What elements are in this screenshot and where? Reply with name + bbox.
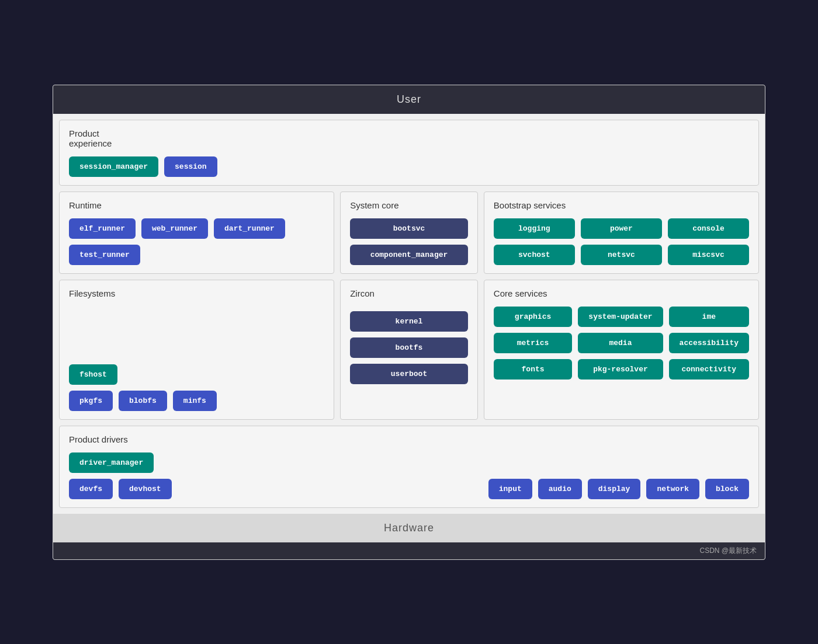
row-runtime: Runtime elf_runner web_runner dart_runne… (59, 192, 759, 274)
watermark: CSDN @最新技术 (53, 542, 765, 559)
product-drivers-title: Product drivers (69, 434, 749, 444)
chip-display[interactable]: display (588, 479, 641, 499)
chip-fshost[interactable]: fshost (69, 364, 117, 385)
system-core-section: System core bootsvc component_manager (340, 192, 478, 274)
runtime-chips: elf_runner web_runner dart_runner test_r… (69, 218, 324, 265)
watermark-text: CSDN @最新技术 (699, 546, 757, 555)
bootstrap-services-title: Bootstrap services (494, 200, 749, 210)
chip-input[interactable]: input (488, 479, 532, 499)
row-filesystems: Filesystems fshost pkgfs blobfs minfs Zi… (59, 280, 759, 420)
chip-logging[interactable]: logging (494, 218, 575, 239)
chip-network[interactable]: network (646, 479, 699, 499)
chip-driver-manager[interactable]: driver_manager (69, 452, 154, 473)
filesystems-chips: fshost pkgfs blobfs minfs (69, 364, 324, 411)
zircon-section: Zircon kernel bootfs userboot (340, 280, 478, 420)
chip-connectivity[interactable]: connectivity (669, 359, 749, 380)
chip-power[interactable]: power (581, 218, 662, 239)
chip-metrics[interactable]: metrics (494, 333, 573, 353)
hardware-footer: Hardware (53, 514, 765, 542)
system-core-chips: bootsvc component_manager (350, 218, 468, 265)
chip-devfs[interactable]: devfs (69, 479, 113, 499)
chip-minfs[interactable]: minfs (173, 391, 217, 411)
footer-label: Hardware (384, 522, 434, 534)
chip-miscsvc[interactable]: miscsvc (668, 245, 749, 265)
chip-devhost[interactable]: devhost (119, 479, 172, 499)
chip-elf-runner[interactable]: elf_runner (69, 218, 136, 239)
chip-dart-runner[interactable]: dart_runner (214, 218, 285, 239)
core-services-title: Core services (494, 288, 749, 298)
chip-graphics[interactable]: graphics (494, 307, 573, 327)
runtime-section: Runtime elf_runner web_runner dart_runne… (59, 192, 334, 274)
diagram-wrapper: User Productexperience session_manager s… (53, 85, 765, 560)
chip-block[interactable]: block (705, 479, 749, 499)
system-core-title: System core (350, 200, 468, 210)
chip-kernel[interactable]: kernel (350, 311, 468, 332)
core-services-chips: graphics system-updater ime metrics medi… (494, 307, 749, 380)
chip-web-runner[interactable]: web_runner (141, 218, 208, 239)
chip-console[interactable]: console (668, 218, 749, 239)
chip-svchost[interactable]: svchost (494, 245, 575, 265)
chip-pkg-resolver[interactable]: pkg-resolver (578, 359, 663, 380)
user-header: User (53, 85, 765, 114)
chip-ime[interactable]: ime (669, 307, 749, 327)
core-services-section: Core services graphics system-updater im… (484, 280, 759, 420)
header-label: User (397, 93, 421, 105)
product-experience-title: Productexperience (69, 128, 749, 148)
chip-netsvc[interactable]: netsvc (581, 245, 662, 265)
main-content: Productexperience session_manager sessio… (53, 114, 765, 514)
product-drivers-row2: devfs devhost input audio display networ… (69, 479, 749, 499)
chip-session-manager[interactable]: session_manager (69, 156, 158, 177)
zircon-title: Zircon (350, 288, 468, 298)
chip-bootfs[interactable]: bootfs (350, 337, 468, 358)
chip-pkgfs[interactable]: pkgfs (69, 391, 113, 411)
filesystems-section: Filesystems fshost pkgfs blobfs minfs (59, 280, 334, 420)
chip-media[interactable]: media (578, 333, 663, 353)
bootstrap-chips: logging power console svchost netsvc mis… (494, 218, 749, 265)
chip-accessibility[interactable]: accessibility (669, 333, 749, 353)
chip-audio[interactable]: audio (538, 479, 582, 499)
runtime-title: Runtime (69, 200, 324, 210)
chip-fonts[interactable]: fonts (494, 359, 573, 380)
chip-session[interactable]: session (164, 156, 217, 177)
chip-component-manager[interactable]: component_manager (350, 245, 468, 265)
chip-system-updater[interactable]: system-updater (578, 307, 663, 327)
product-drivers-section: Product drivers driver_manager devfs dev… (59, 426, 759, 508)
product-drivers-row1: driver_manager (69, 452, 749, 473)
chip-bootsvc[interactable]: bootsvc (350, 218, 468, 239)
chip-userboot[interactable]: userboot (350, 364, 468, 384)
product-experience-chips: session_manager session (69, 156, 749, 177)
bootstrap-services-section: Bootstrap services logging power console… (484, 192, 759, 274)
chip-blobfs[interactable]: blobfs (119, 391, 167, 411)
filesystems-title: Filesystems (69, 288, 324, 298)
product-experience-section: Productexperience session_manager sessio… (59, 120, 759, 186)
zircon-chips: kernel bootfs userboot (350, 311, 468, 384)
chip-test-runner[interactable]: test_runner (69, 245, 140, 265)
